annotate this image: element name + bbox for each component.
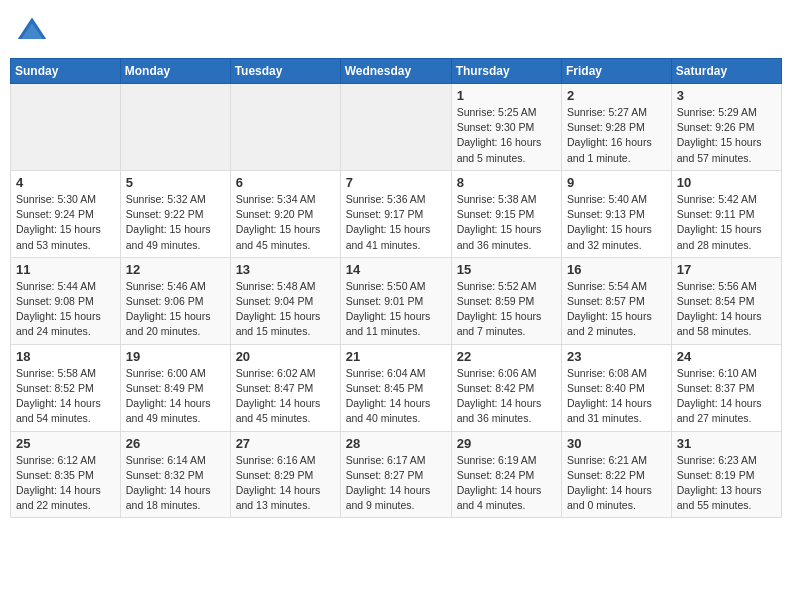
day-number: 22 — [457, 349, 556, 364]
day-number: 30 — [567, 436, 666, 451]
day-info: Sunrise: 5:40 AMSunset: 9:13 PMDaylight:… — [567, 192, 666, 253]
day-info: Sunrise: 6:02 AMSunset: 8:47 PMDaylight:… — [236, 366, 335, 427]
day-info: Sunrise: 6:17 AMSunset: 8:27 PMDaylight:… — [346, 453, 446, 514]
calendar-week-1: 1Sunrise: 5:25 AMSunset: 9:30 PMDaylight… — [11, 84, 782, 171]
calendar-cell — [11, 84, 121, 171]
day-info: Sunrise: 5:30 AMSunset: 9:24 PMDaylight:… — [16, 192, 115, 253]
day-number: 6 — [236, 175, 335, 190]
calendar-cell: 23Sunrise: 6:08 AMSunset: 8:40 PMDayligh… — [562, 344, 672, 431]
day-info: Sunrise: 5:50 AMSunset: 9:01 PMDaylight:… — [346, 279, 446, 340]
calendar-cell: 30Sunrise: 6:21 AMSunset: 8:22 PMDayligh… — [562, 431, 672, 518]
header-row: SundayMondayTuesdayWednesdayThursdayFrid… — [11, 59, 782, 84]
calendar-cell: 12Sunrise: 5:46 AMSunset: 9:06 PMDayligh… — [120, 257, 230, 344]
col-header-tuesday: Tuesday — [230, 59, 340, 84]
day-info: Sunrise: 5:52 AMSunset: 8:59 PMDaylight:… — [457, 279, 556, 340]
day-number: 11 — [16, 262, 115, 277]
day-info: Sunrise: 6:23 AMSunset: 8:19 PMDaylight:… — [677, 453, 776, 514]
day-number: 27 — [236, 436, 335, 451]
calendar-cell — [230, 84, 340, 171]
calendar-cell: 28Sunrise: 6:17 AMSunset: 8:27 PMDayligh… — [340, 431, 451, 518]
calendar-cell: 6Sunrise: 5:34 AMSunset: 9:20 PMDaylight… — [230, 170, 340, 257]
day-info: Sunrise: 5:27 AMSunset: 9:28 PMDaylight:… — [567, 105, 666, 166]
day-number: 9 — [567, 175, 666, 190]
day-number: 15 — [457, 262, 556, 277]
day-number: 24 — [677, 349, 776, 364]
day-number: 14 — [346, 262, 446, 277]
day-number: 8 — [457, 175, 556, 190]
calendar-cell: 1Sunrise: 5:25 AMSunset: 9:30 PMDaylight… — [451, 84, 561, 171]
day-number: 28 — [346, 436, 446, 451]
logo — [16, 14, 52, 46]
day-info: Sunrise: 6:06 AMSunset: 8:42 PMDaylight:… — [457, 366, 556, 427]
calendar-week-2: 4Sunrise: 5:30 AMSunset: 9:24 PMDaylight… — [11, 170, 782, 257]
calendar-cell: 7Sunrise: 5:36 AMSunset: 9:17 PMDaylight… — [340, 170, 451, 257]
day-info: Sunrise: 6:12 AMSunset: 8:35 PMDaylight:… — [16, 453, 115, 514]
calendar-cell: 24Sunrise: 6:10 AMSunset: 8:37 PMDayligh… — [671, 344, 781, 431]
col-header-wednesday: Wednesday — [340, 59, 451, 84]
calendar-cell: 25Sunrise: 6:12 AMSunset: 8:35 PMDayligh… — [11, 431, 121, 518]
day-number: 18 — [16, 349, 115, 364]
calendar-cell: 18Sunrise: 5:58 AMSunset: 8:52 PMDayligh… — [11, 344, 121, 431]
calendar-cell: 15Sunrise: 5:52 AMSunset: 8:59 PMDayligh… — [451, 257, 561, 344]
day-info: Sunrise: 5:36 AMSunset: 9:17 PMDaylight:… — [346, 192, 446, 253]
calendar-cell: 27Sunrise: 6:16 AMSunset: 8:29 PMDayligh… — [230, 431, 340, 518]
day-info: Sunrise: 5:32 AMSunset: 9:22 PMDaylight:… — [126, 192, 225, 253]
calendar-week-3: 11Sunrise: 5:44 AMSunset: 9:08 PMDayligh… — [11, 257, 782, 344]
day-number: 23 — [567, 349, 666, 364]
day-number: 21 — [346, 349, 446, 364]
day-info: Sunrise: 5:38 AMSunset: 9:15 PMDaylight:… — [457, 192, 556, 253]
calendar-cell: 20Sunrise: 6:02 AMSunset: 8:47 PMDayligh… — [230, 344, 340, 431]
day-number: 12 — [126, 262, 225, 277]
calendar-cell — [120, 84, 230, 171]
calendar-body: 1Sunrise: 5:25 AMSunset: 9:30 PMDaylight… — [11, 84, 782, 518]
calendar-week-4: 18Sunrise: 5:58 AMSunset: 8:52 PMDayligh… — [11, 344, 782, 431]
day-number: 3 — [677, 88, 776, 103]
day-number: 4 — [16, 175, 115, 190]
day-number: 25 — [16, 436, 115, 451]
day-number: 13 — [236, 262, 335, 277]
calendar-cell: 5Sunrise: 5:32 AMSunset: 9:22 PMDaylight… — [120, 170, 230, 257]
day-info: Sunrise: 6:08 AMSunset: 8:40 PMDaylight:… — [567, 366, 666, 427]
day-number: 2 — [567, 88, 666, 103]
page-header — [10, 10, 782, 50]
day-number: 19 — [126, 349, 225, 364]
day-info: Sunrise: 5:48 AMSunset: 9:04 PMDaylight:… — [236, 279, 335, 340]
day-number: 29 — [457, 436, 556, 451]
col-header-sunday: Sunday — [11, 59, 121, 84]
col-header-thursday: Thursday — [451, 59, 561, 84]
day-info: Sunrise: 5:25 AMSunset: 9:30 PMDaylight:… — [457, 105, 556, 166]
calendar-header: SundayMondayTuesdayWednesdayThursdayFrid… — [11, 59, 782, 84]
logo-icon — [16, 14, 48, 46]
day-number: 26 — [126, 436, 225, 451]
day-info: Sunrise: 5:56 AMSunset: 8:54 PMDaylight:… — [677, 279, 776, 340]
day-info: Sunrise: 5:29 AMSunset: 9:26 PMDaylight:… — [677, 105, 776, 166]
day-number: 1 — [457, 88, 556, 103]
col-header-monday: Monday — [120, 59, 230, 84]
calendar-cell: 21Sunrise: 6:04 AMSunset: 8:45 PMDayligh… — [340, 344, 451, 431]
calendar-cell: 22Sunrise: 6:06 AMSunset: 8:42 PMDayligh… — [451, 344, 561, 431]
day-info: Sunrise: 5:34 AMSunset: 9:20 PMDaylight:… — [236, 192, 335, 253]
calendar-cell: 4Sunrise: 5:30 AMSunset: 9:24 PMDaylight… — [11, 170, 121, 257]
day-number: 10 — [677, 175, 776, 190]
day-info: Sunrise: 6:14 AMSunset: 8:32 PMDaylight:… — [126, 453, 225, 514]
calendar-cell: 2Sunrise: 5:27 AMSunset: 9:28 PMDaylight… — [562, 84, 672, 171]
day-info: Sunrise: 6:16 AMSunset: 8:29 PMDaylight:… — [236, 453, 335, 514]
day-number: 31 — [677, 436, 776, 451]
day-number: 20 — [236, 349, 335, 364]
day-info: Sunrise: 6:21 AMSunset: 8:22 PMDaylight:… — [567, 453, 666, 514]
calendar-week-5: 25Sunrise: 6:12 AMSunset: 8:35 PMDayligh… — [11, 431, 782, 518]
day-info: Sunrise: 6:19 AMSunset: 8:24 PMDaylight:… — [457, 453, 556, 514]
day-number: 5 — [126, 175, 225, 190]
calendar-cell: 16Sunrise: 5:54 AMSunset: 8:57 PMDayligh… — [562, 257, 672, 344]
day-number: 7 — [346, 175, 446, 190]
day-info: Sunrise: 5:44 AMSunset: 9:08 PMDaylight:… — [16, 279, 115, 340]
col-header-friday: Friday — [562, 59, 672, 84]
day-info: Sunrise: 5:42 AMSunset: 9:11 PMDaylight:… — [677, 192, 776, 253]
day-info: Sunrise: 6:00 AMSunset: 8:49 PMDaylight:… — [126, 366, 225, 427]
calendar-table: SundayMondayTuesdayWednesdayThursdayFrid… — [10, 58, 782, 518]
calendar-cell: 26Sunrise: 6:14 AMSunset: 8:32 PMDayligh… — [120, 431, 230, 518]
day-info: Sunrise: 5:54 AMSunset: 8:57 PMDaylight:… — [567, 279, 666, 340]
calendar-cell: 14Sunrise: 5:50 AMSunset: 9:01 PMDayligh… — [340, 257, 451, 344]
calendar-cell: 3Sunrise: 5:29 AMSunset: 9:26 PMDaylight… — [671, 84, 781, 171]
calendar-cell: 11Sunrise: 5:44 AMSunset: 9:08 PMDayligh… — [11, 257, 121, 344]
